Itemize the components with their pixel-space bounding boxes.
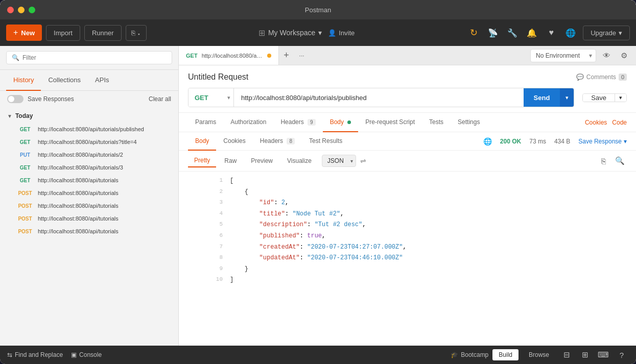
filter-button[interactable]: ⇌ [360,157,366,165]
new-button[interactable]: + New [6,25,42,41]
more-tabs-button[interactable]: ··· [294,46,310,65]
req-nav-right: Cookies Code [585,119,627,126]
resp-tab-test-results[interactable]: Test Results [302,132,349,151]
globe-button[interactable]: 🌐 [563,26,578,40]
keyboard-button[interactable]: ⌨ [596,348,610,362]
req-tab-params[interactable]: Params [188,113,223,132]
list-item[interactable]: POST http://localhost:8080/api/tutorials [2,212,176,225]
list-item[interactable]: GET http://localhost:8080/api/tutorials [2,174,176,186]
save-responses-toggle: Save Responses [7,95,74,103]
req-tab-headers[interactable]: Headers 9 [273,113,322,132]
format-raw-button[interactable]: Raw [218,155,243,167]
find-replace-button[interactable]: ⇆ Find and Replace [7,351,63,358]
response-time: 73 ms [529,138,546,145]
method-badge: GET [16,178,34,183]
req-tab-tests[interactable]: Tests [422,113,451,132]
comments-label: Comments [586,74,616,81]
list-item[interactable]: GET http://localhost:8080/api/tutorials/… [2,123,176,135]
json-viewer[interactable]: 1 [ 2 { 3 "id": 2, 4 [179,172,636,346]
console-label: Console [79,351,102,358]
toggle-switch[interactable] [7,95,23,103]
env-dropdown[interactable]: No Environment [530,49,596,62]
list-item[interactable]: GET http://localhost:8080/api/tutorials/… [2,161,176,174]
format-pretty-button[interactable]: Pretty [188,154,216,167]
add-tab-button[interactable]: + [279,46,294,65]
bootcamp-button[interactable]: 🎓 Bootcamp [451,351,488,358]
eye-button[interactable]: 👁 [599,48,614,63]
history-url: http://localhost:8080/api/tutorials?titl… [38,139,137,145]
url-input[interactable] [234,88,524,107]
format-visualize-button[interactable]: Visualize [281,155,318,167]
close-button[interactable] [7,7,14,13]
resp-tab-headers[interactable]: Headers 8 [253,132,302,151]
history-url: http://localhost:8080/api/tutorials [38,177,119,183]
method-badge: POST [16,203,34,209]
chevron-down-icon: ▾ [318,29,322,37]
settings-button[interactable]: ⚙ [617,48,631,63]
json-format-select-wrap: JSON XML HTML Text [322,155,356,167]
send-dropdown-button[interactable]: ▾ [560,88,574,107]
bell-button[interactable]: 🔔 [525,26,539,40]
browse-button[interactable]: Browse [523,349,555,360]
list-item[interactable]: POST http://localhost:8080/api/tutorials [2,200,176,212]
maximize-button[interactable] [29,7,35,13]
chevron-down-icon: ▾ [619,29,622,37]
invite-label: Invite [339,29,355,37]
heart-button[interactable]: ♥ [544,26,558,40]
req-tab-settings[interactable]: Settings [451,113,487,132]
cookies-link[interactable]: Cookies [585,119,607,126]
layout-button-2[interactable]: ⊞ [578,348,592,362]
console-button[interactable]: ▣ Console [71,351,102,358]
layout-button-1[interactable]: ⊟ [559,348,574,362]
build-button[interactable]: Build [492,349,519,360]
list-item[interactable]: GET http://localhost:8080/api/tutorials?… [2,136,176,148]
method-select[interactable]: GET POST PUT DELETE [189,88,233,107]
save-button[interactable]: Save [583,94,615,102]
runner-button[interactable]: Runner [84,25,122,41]
tab-apis[interactable]: APIs [88,70,116,91]
format-preview-button[interactable]: Preview [245,155,279,167]
req-tab-prerequest[interactable]: Pre-request Script [358,113,422,132]
request-tab[interactable]: GET http://localhost:8080/api/tutori... [179,46,279,65]
code-link[interactable]: Code [612,119,627,126]
req-tab-body[interactable]: Body [323,113,359,132]
json-content: 1 [ 2 { 3 "id": 2, 4 [188,176,627,286]
search-response-button[interactable]: 🔍 [613,154,627,168]
tab-history[interactable]: History [6,70,41,91]
filter-input[interactable] [22,54,167,61]
list-item[interactable]: PUT http://localhost:8080/api/tutorials/… [2,149,176,161]
method-badge: PUT [16,152,34,158]
history-url: http://localhost:8080/api/tutorials [38,228,119,234]
flow-button[interactable]: ⎘ ▾ [126,25,147,41]
save-dropdown-button[interactable]: ▾ [615,94,626,102]
comment-icon: 💬 [576,74,584,81]
json-format-select[interactable]: JSON XML HTML Text [322,155,356,167]
req-tab-authorization[interactable]: Authorization [223,113,273,132]
invite-button[interactable]: 👤 Invite [328,29,355,37]
response-size: 434 B [554,138,570,145]
list-item[interactable]: POST http://localhost:8080/api/tutorials [2,187,176,199]
save-response-button[interactable]: Save Response ▾ [578,138,627,145]
resp-tab-cookies[interactable]: Cookies [216,132,252,151]
minimize-button[interactable] [18,7,25,13]
comments-link[interactable]: 💬 Comments 0 [576,74,627,81]
wrench-button[interactable]: 🔧 [505,26,520,40]
help-button[interactable]: ? [615,348,629,362]
copy-button[interactable]: ⎘ [596,154,610,168]
list-item[interactable]: POST http://localhost:8080/api/tutorials [2,225,176,237]
import-button[interactable]: Import [46,25,80,41]
sync-button[interactable]: ↻ [466,26,481,40]
group-label: Today [15,112,33,119]
satellite-button[interactable]: 📡 [486,26,500,40]
workspace-button[interactable]: ⊞ My Workspace ▾ [258,28,322,38]
clear-all-button[interactable]: Clear all [149,95,171,103]
status-badge: 200 OK [500,138,521,145]
resp-tab-body[interactable]: Body [188,132,216,151]
env-dropdown-wrap: No Environment [530,49,596,62]
tab-url-label: http://localhost:8080/api/tutori... [202,53,263,59]
tab-collections[interactable]: Collections [41,70,88,91]
send-button[interactable]: Send [524,88,560,107]
response-area: Body Cookies Headers 8 Test Results 🌐 20… [179,132,636,346]
method-badge: POST [16,229,34,234]
upgrade-button[interactable]: Upgrade ▾ [583,26,630,40]
